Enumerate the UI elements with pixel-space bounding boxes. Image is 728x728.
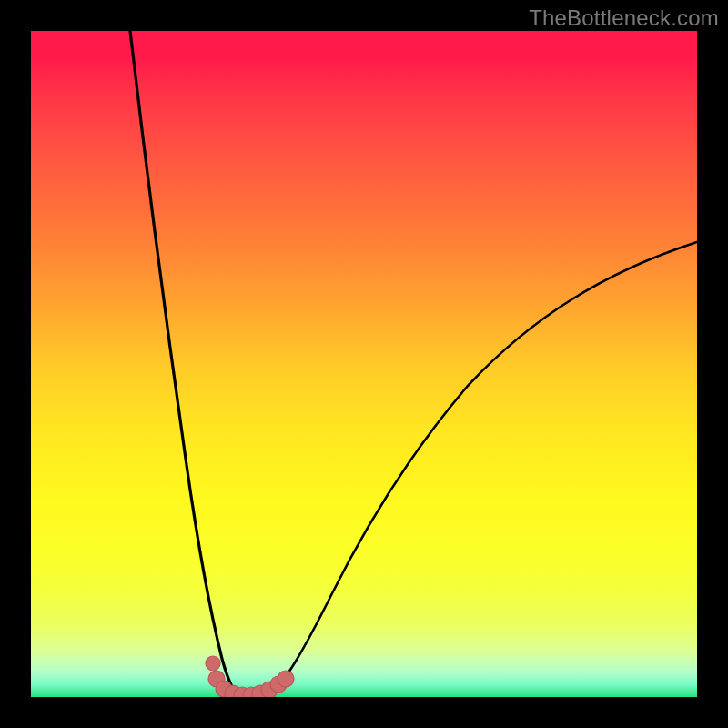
chart-frame: TheBottleneck.com [0, 0, 728, 728]
watermark-text: TheBottleneck.com [529, 5, 719, 31]
plot-area [31, 31, 697, 697]
